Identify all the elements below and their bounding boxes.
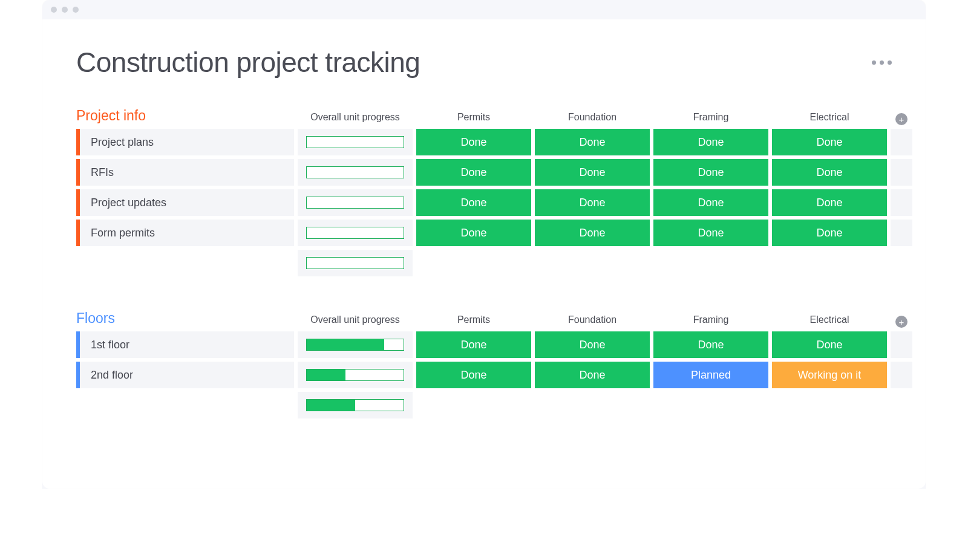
board-content: Construction project tracking Project in… bbox=[42, 19, 926, 489]
column-header[interactable]: Electrical bbox=[772, 112, 887, 125]
progress-cell[interactable] bbox=[298, 220, 413, 246]
progress-cell[interactable] bbox=[298, 189, 413, 216]
status-cell[interactable]: Done bbox=[416, 189, 531, 216]
window-control-dot bbox=[62, 7, 68, 13]
table-row: Form permitsDoneDoneDoneDone bbox=[76, 220, 892, 246]
progress-bar bbox=[306, 339, 404, 351]
row-tail-cell bbox=[891, 129, 912, 155]
page-title: Construction project tracking bbox=[76, 46, 420, 79]
column-header[interactable]: Foundation bbox=[535, 112, 650, 125]
board-header: Construction project tracking bbox=[76, 46, 892, 79]
window-control-dot bbox=[73, 7, 79, 13]
column-header[interactable]: Foundation bbox=[535, 314, 650, 328]
status-cell[interactable]: Done bbox=[535, 331, 650, 358]
status-cell[interactable]: Planned bbox=[653, 362, 768, 388]
item-name-cell[interactable]: RFIs bbox=[76, 159, 294, 186]
item-name-cell[interactable]: 1st floor bbox=[76, 331, 294, 358]
status-cell[interactable]: Done bbox=[416, 159, 531, 186]
status-cell[interactable]: Done bbox=[772, 220, 887, 246]
group-header-row: Project infoOverall unit progressPermits… bbox=[76, 108, 892, 125]
column-header[interactable]: Electrical bbox=[772, 314, 887, 328]
group-title[interactable]: Project info bbox=[76, 108, 294, 125]
item-name-cell[interactable]: 2nd floor bbox=[76, 362, 294, 388]
row-tail-cell bbox=[891, 189, 912, 216]
progress-fill bbox=[307, 400, 355, 411]
status-cell[interactable]: Done bbox=[535, 129, 650, 155]
status-cell[interactable]: Done bbox=[535, 189, 650, 216]
progress-cell[interactable] bbox=[298, 362, 413, 388]
row-tail-cell bbox=[891, 220, 912, 246]
summary-spacer bbox=[76, 392, 294, 418]
ellipsis-icon bbox=[888, 60, 892, 65]
progress-cell[interactable] bbox=[298, 129, 413, 155]
table-row: Project updatesDoneDoneDoneDone bbox=[76, 189, 892, 216]
progress-cell[interactable] bbox=[298, 159, 413, 186]
status-cell[interactable]: Done bbox=[772, 129, 887, 155]
progress-bar bbox=[306, 166, 404, 178]
summary-progress-cell bbox=[298, 250, 413, 276]
status-cell[interactable]: Done bbox=[416, 220, 531, 246]
status-cell[interactable]: Done bbox=[772, 189, 887, 216]
status-cell[interactable]: Done bbox=[535, 362, 650, 388]
progress-fill bbox=[307, 370, 345, 380]
row-tail-cell bbox=[891, 159, 912, 186]
column-header[interactable]: Permits bbox=[416, 314, 531, 328]
status-cell[interactable]: Done bbox=[772, 159, 887, 186]
column-header[interactable]: Framing bbox=[653, 112, 768, 125]
status-cell[interactable]: Done bbox=[653, 159, 768, 186]
progress-bar bbox=[306, 369, 404, 381]
status-cell[interactable]: Done bbox=[416, 331, 531, 358]
status-cell[interactable]: Done bbox=[653, 189, 768, 216]
progress-cell[interactable] bbox=[298, 331, 413, 358]
group-floors: FloorsOverall unit progressPermitsFounda… bbox=[76, 310, 892, 418]
row-tail-cell bbox=[891, 362, 912, 388]
progress-fill bbox=[307, 339, 384, 350]
add-column-button[interactable]: + bbox=[891, 316, 912, 328]
group-project-info: Project infoOverall unit progressPermits… bbox=[76, 108, 892, 276]
group-header-row: FloorsOverall unit progressPermitsFounda… bbox=[76, 310, 892, 328]
table-row: 2nd floorDoneDonePlannedWorking on it bbox=[76, 362, 892, 388]
column-header[interactable]: Permits bbox=[416, 112, 531, 125]
groups-container: Project infoOverall unit progressPermits… bbox=[76, 108, 892, 418]
progress-bar bbox=[306, 227, 404, 239]
app-window: Construction project tracking Project in… bbox=[42, 0, 926, 489]
group-title[interactable]: Floors bbox=[76, 310, 294, 328]
group-summary-row bbox=[76, 250, 892, 276]
status-cell[interactable]: Working on it bbox=[772, 362, 887, 388]
add-column-button[interactable]: + bbox=[891, 113, 912, 125]
status-cell[interactable]: Done bbox=[535, 220, 650, 246]
status-cell[interactable]: Done bbox=[653, 220, 768, 246]
progress-bar bbox=[306, 136, 404, 148]
status-cell[interactable]: Done bbox=[416, 129, 531, 155]
ellipsis-icon bbox=[880, 60, 884, 65]
plus-icon: + bbox=[895, 113, 908, 125]
status-cell[interactable]: Done bbox=[653, 331, 768, 358]
item-name-cell[interactable]: Project plans bbox=[76, 129, 294, 155]
more-options-button[interactable] bbox=[872, 60, 892, 65]
column-header[interactable]: Overall unit progress bbox=[298, 314, 413, 328]
status-cell[interactable]: Done bbox=[416, 362, 531, 388]
progress-bar bbox=[306, 399, 404, 411]
column-header[interactable]: Framing bbox=[653, 314, 768, 328]
progress-bar bbox=[306, 257, 404, 269]
group-summary-row bbox=[76, 392, 892, 418]
window-control-dot bbox=[51, 7, 57, 13]
column-header[interactable]: Overall unit progress bbox=[298, 112, 413, 125]
item-name-cell[interactable]: Project updates bbox=[76, 189, 294, 216]
plus-icon: + bbox=[895, 316, 908, 328]
status-cell[interactable]: Done bbox=[653, 129, 768, 155]
summary-spacer bbox=[76, 250, 294, 276]
window-titlebar bbox=[42, 0, 926, 19]
table-row: RFIsDoneDoneDoneDone bbox=[76, 159, 892, 186]
status-cell[interactable]: Done bbox=[772, 331, 887, 358]
status-cell[interactable]: Done bbox=[535, 159, 650, 186]
table-row: Project plansDoneDoneDoneDone bbox=[76, 129, 892, 155]
summary-progress-cell bbox=[298, 392, 413, 418]
row-tail-cell bbox=[891, 331, 912, 358]
progress-bar bbox=[306, 197, 404, 209]
item-name-cell[interactable]: Form permits bbox=[76, 220, 294, 246]
ellipsis-icon bbox=[872, 60, 876, 65]
table-row: 1st floorDoneDoneDoneDone bbox=[76, 331, 892, 358]
